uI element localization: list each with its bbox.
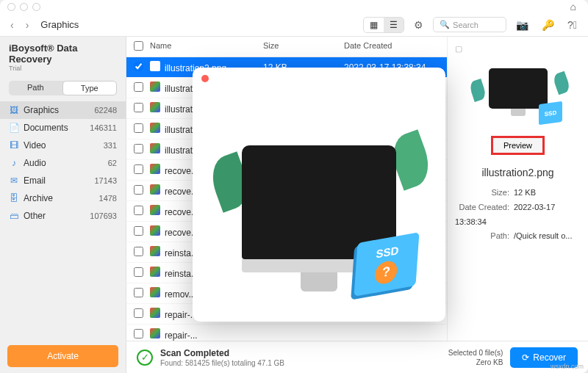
file-icon bbox=[150, 143, 160, 153]
popup-close-dot[interactable] bbox=[201, 75, 209, 82]
help-icon[interactable]: ?⃝ bbox=[564, 18, 581, 32]
zoom-dot[interactable] bbox=[32, 3, 40, 11]
meta-value: 12 KB bbox=[514, 188, 536, 197]
meta-row: Size:12 KB bbox=[455, 186, 581, 200]
table-row[interactable]: repair-... bbox=[126, 325, 447, 341]
row-checkbox[interactable] bbox=[134, 144, 143, 153]
category-count: 62248 bbox=[94, 106, 117, 115]
row-checkbox[interactable] bbox=[134, 82, 143, 92]
row-checkbox[interactable] bbox=[134, 103, 143, 112]
seg-path[interactable]: Path bbox=[9, 81, 62, 95]
meta-row: Path:/Quick result o... bbox=[455, 229, 581, 244]
app-title: iBoysoft® Data Recovery bbox=[0, 40, 126, 65]
meta-value: /Quick result o... bbox=[514, 231, 572, 240]
category-name: Archive bbox=[24, 193, 95, 203]
category-name: Email bbox=[24, 175, 90, 186]
file-icon bbox=[150, 82, 160, 92]
preview-thumbnail: SSD bbox=[467, 62, 570, 127]
category-icon: ♪ bbox=[9, 158, 19, 168]
view-toggle[interactable]: ▦ ☰ bbox=[363, 17, 404, 33]
toolbar: ‹ › Graphics ▦ ☰ ⚙ 🔍 Search 📷 🔑 ?⃝ bbox=[0, 13, 588, 37]
file-icon bbox=[150, 61, 160, 71]
file-icon bbox=[150, 328, 160, 338]
nav-forward[interactable]: › bbox=[23, 18, 32, 32]
category-count: 17143 bbox=[94, 176, 117, 185]
grid-view-icon[interactable]: ▦ bbox=[364, 18, 384, 32]
category-count: 62 bbox=[108, 159, 117, 167]
file-icon bbox=[150, 246, 160, 256]
category-name: Documents bbox=[24, 123, 85, 133]
sidebar-item-documents[interactable]: 📄Documents146311 bbox=[0, 119, 126, 137]
select-all-checkbox[interactable] bbox=[134, 41, 143, 51]
category-icon: 🗃 bbox=[9, 211, 19, 221]
category-count: 146311 bbox=[90, 123, 117, 132]
category-count: 331 bbox=[104, 141, 117, 150]
row-checkbox[interactable] bbox=[134, 308, 143, 318]
refresh-icon: ⟳ bbox=[522, 352, 529, 363]
popup-artwork: SSD ? bbox=[200, 90, 438, 314]
close-dot[interactable] bbox=[7, 3, 15, 11]
selected-count: Selected 0 file(s) bbox=[448, 348, 503, 358]
row-checkbox[interactable] bbox=[134, 288, 143, 297]
list-view-icon[interactable]: ☰ bbox=[384, 18, 404, 32]
meta-row: Date Created:2022-03-17 13:38:34 bbox=[455, 200, 581, 230]
category-icon: 🖼 bbox=[9, 105, 19, 115]
category-name: Video bbox=[24, 140, 99, 151]
check-icon: ✓ bbox=[137, 350, 153, 366]
file-name: remov... bbox=[165, 289, 196, 300]
camera-icon[interactable]: 📷 bbox=[512, 18, 532, 32]
file-icon bbox=[150, 267, 160, 277]
panel-toggle-icon[interactable]: ▢ bbox=[455, 44, 462, 54]
sidebar-item-video[interactable]: 🎞Video331 bbox=[0, 137, 126, 154]
category-name: Graphics bbox=[24, 105, 90, 115]
category-name: Other bbox=[24, 211, 85, 221]
sidebar-segment[interactable]: Path Type bbox=[9, 81, 117, 95]
meta-key: Path: bbox=[455, 229, 509, 244]
seg-type[interactable]: Type bbox=[62, 81, 118, 95]
sidebar-item-archive[interactable]: 🗄Archive1478 bbox=[0, 189, 126, 207]
nav-back[interactable]: ‹ bbox=[7, 18, 17, 32]
row-checkbox[interactable] bbox=[134, 329, 143, 338]
header-name[interactable]: Name bbox=[150, 41, 263, 52]
row-checkbox[interactable] bbox=[134, 267, 143, 277]
row-checkbox[interactable] bbox=[134, 123, 143, 133]
sidebar: iBoysoft® Data Recovery Trial Path Type … bbox=[0, 37, 126, 373]
sidebar-item-other[interactable]: 🗃Other107693 bbox=[0, 207, 126, 225]
sidebar-item-email[interactable]: ✉Email17143 bbox=[0, 172, 126, 189]
meta-key: Date Created: bbox=[455, 200, 509, 215]
category-icon: ✉ bbox=[9, 175, 19, 186]
status-bar: ✓ Scan Completed Found: 581425 file(s) t… bbox=[126, 341, 588, 373]
question-icon: ? bbox=[374, 259, 398, 286]
row-checkbox[interactable] bbox=[134, 164, 143, 174]
row-checkbox[interactable] bbox=[134, 226, 143, 236]
list-headers: Name Size Date Created bbox=[126, 37, 447, 57]
minimize-dot[interactable] bbox=[20, 3, 28, 11]
header-date[interactable]: Date Created bbox=[344, 41, 440, 52]
file-icon bbox=[150, 205, 160, 215]
window-titlebar: ⌂ bbox=[0, 0, 588, 13]
filter-icon[interactable]: ⚙ bbox=[410, 18, 427, 32]
row-checkbox[interactable] bbox=[134, 62, 143, 71]
file-name: repair-... bbox=[165, 330, 198, 341]
file-icon bbox=[150, 308, 160, 318]
row-checkbox[interactable] bbox=[134, 247, 143, 256]
row-checkbox[interactable] bbox=[134, 206, 143, 215]
home-icon[interactable]: ⌂ bbox=[570, 1, 576, 12]
file-icon bbox=[150, 164, 160, 174]
header-size[interactable]: Size bbox=[263, 41, 344, 52]
file-icon bbox=[150, 123, 160, 133]
sidebar-item-graphics[interactable]: 🖼Graphics62248 bbox=[0, 101, 126, 119]
row-checkbox[interactable] bbox=[134, 185, 143, 195]
breadcrumb: Graphics bbox=[40, 19, 79, 30]
app-subtitle: Trial bbox=[0, 65, 126, 78]
category-count: 1478 bbox=[99, 194, 117, 203]
activate-button[interactable]: Activate bbox=[7, 345, 118, 367]
meta-key: Size: bbox=[455, 186, 509, 200]
search-input[interactable]: 🔍 Search bbox=[433, 17, 506, 32]
sidebar-item-audio[interactable]: ♪Audio62 bbox=[0, 154, 126, 172]
preview-button[interactable]: Preview bbox=[491, 136, 545, 155]
file-icon bbox=[150, 184, 160, 195]
watermark: wsxdn.com bbox=[551, 363, 584, 370]
preview-popup[interactable]: SSD ? bbox=[193, 68, 445, 322]
key-icon[interactable]: 🔑 bbox=[538, 18, 558, 32]
